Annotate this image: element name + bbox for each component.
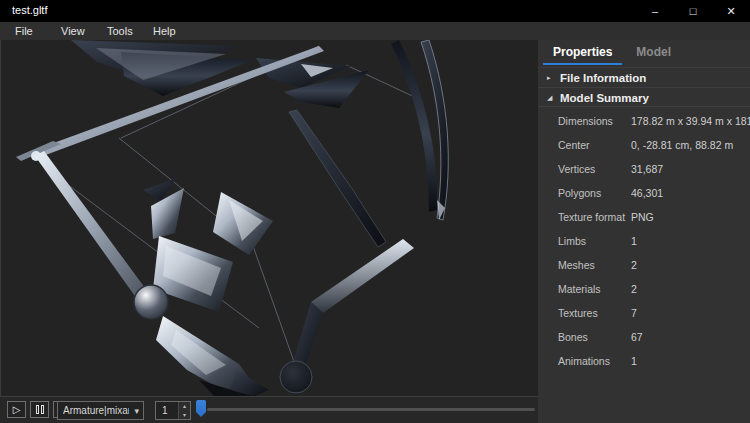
property-label: Dimensions (558, 109, 613, 133)
menu-item-tools[interactable]: Tools (92, 22, 138, 40)
property-value: 7 (631, 301, 750, 325)
chevron-right-icon: ▸ (547, 68, 551, 88)
property-row-center: Center 0, -28.81 cm, 88.82 m (538, 133, 750, 157)
property-value: 1 (631, 349, 750, 373)
property-value: 178.82 m x 39.94 m x 181.16 m (631, 109, 750, 133)
section-label: File Information (560, 68, 646, 88)
animation-dropdown-value: Armature|mixamo.com (63, 402, 129, 419)
section-label: Model Summary (560, 88, 649, 108)
spinner-up-icon[interactable]: ▴ (179, 402, 190, 411)
pause-icon (36, 405, 44, 414)
property-row-limbs: Limbs 1 (538, 229, 750, 253)
maximize-button[interactable]: □ (674, 0, 712, 22)
property-value: 2 (631, 277, 750, 301)
property-value: 31,687 (631, 157, 750, 181)
model-sphere (280, 361, 312, 393)
property-value: 67 (631, 325, 750, 349)
property-label: Polygons (558, 181, 601, 205)
play-button[interactable]: ▷ (7, 401, 26, 418)
property-label: Limbs (558, 229, 586, 253)
property-label: Animations (558, 349, 610, 373)
frame-spinner[interactable]: 1 ▴ ▾ (155, 401, 191, 420)
model-head (134, 285, 168, 319)
model-summary-list: Dimensions 178.82 m x 39.94 m x 181.16 m… (538, 109, 750, 373)
property-label: Materials (558, 277, 601, 301)
model-rod (289, 110, 386, 247)
menu-item-help[interactable]: Help (138, 22, 184, 40)
property-value: 1 (631, 229, 750, 253)
property-value: 46,301 (631, 181, 750, 205)
section-model-summary[interactable]: ◢ Model Summary (538, 87, 750, 107)
spinner-arrows: ▴ ▾ (178, 402, 190, 419)
timeline-thumb[interactable] (196, 400, 206, 417)
property-row-texture-format: Texture format PNG (538, 205, 750, 229)
property-label: Center (558, 133, 590, 157)
property-label: Vertices (558, 157, 595, 181)
section-file-information[interactable]: ▸ File Information (538, 67, 750, 87)
property-label: Textures (558, 301, 598, 325)
spinner-down-icon[interactable]: ▾ (179, 411, 190, 420)
chevron-expanded-icon: ◢ (547, 88, 552, 108)
pause-button[interactable] (30, 401, 49, 418)
chevron-down-icon: ▾ (134, 403, 139, 419)
close-button[interactable]: ✕ (712, 0, 750, 22)
menu-bar: File View Tools Help (0, 22, 750, 40)
property-value: 0, -28.81 cm, 88.82 m (631, 133, 750, 157)
menu-item-view[interactable]: View (46, 22, 92, 40)
property-row-textures: Textures 7 (538, 301, 750, 325)
play-icon: ▷ (13, 405, 21, 415)
window-title: test.gltf (12, 4, 47, 16)
model-rod (35, 151, 148, 299)
property-row-animations: Animations 1 (538, 349, 750, 373)
tab-model[interactable]: Model (626, 40, 681, 66)
3d-model-render (1, 40, 538, 397)
property-value: PNG (631, 205, 750, 229)
property-label: Meshes (558, 253, 595, 277)
property-row-vertices: Vertices 31,687 (538, 157, 750, 181)
property-row-materials: Materials 2 (538, 277, 750, 301)
menu-item-file[interactable]: File (0, 22, 46, 40)
panel-tabs: Properties Model (538, 40, 750, 66)
property-label: Texture format (558, 205, 625, 229)
property-row-meshes: Meshes 2 (538, 253, 750, 277)
property-row-polygons: Polygons 46,301 (538, 181, 750, 205)
minimize-button[interactable]: – (636, 0, 674, 22)
model-rod (311, 239, 414, 313)
maximize-icon: □ (690, 5, 697, 17)
app-window: test.gltf – □ ✕ File View Tools Help (0, 0, 750, 423)
timeline-track[interactable] (207, 408, 535, 411)
close-icon: ✕ (726, 5, 735, 17)
tab-properties[interactable]: Properties (543, 40, 622, 66)
property-label: Bones (558, 325, 588, 349)
property-row-bones: Bones 67 (538, 325, 750, 349)
frame-spinner-value: 1 (162, 402, 168, 419)
model-rod (293, 302, 323, 370)
3d-viewport[interactable] (0, 40, 538, 397)
property-row-dimensions: Dimensions 178.82 m x 39.94 m x 181.16 m (538, 109, 750, 133)
property-value: 2 (631, 253, 750, 277)
window-controls: – □ ✕ (636, 0, 750, 22)
panel-sections: ▸ File Information ◢ Model Summary (538, 67, 750, 107)
animation-dropdown[interactable]: Armature|mixamo.com ▾ (57, 401, 144, 420)
title-bar: test.gltf – □ ✕ (0, 0, 750, 22)
properties-panel: Properties Model ▸ File Information ◢ Mo… (538, 40, 750, 423)
playback-toolbar: ▷ Armature|mixamo.com ▾ 1 ▴ ▾ (0, 397, 538, 423)
minimize-icon: – (652, 5, 658, 17)
